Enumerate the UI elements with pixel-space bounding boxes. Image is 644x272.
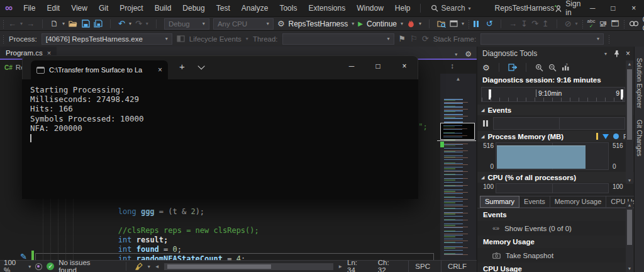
show-events-link[interactable]: «» Show Events (0 of 0) <box>477 221 634 235</box>
chevron-down-icon[interactable]: ▾ <box>462 21 464 26</box>
sidebar-tab-solution-explorer[interactable]: Solution Explorer <box>636 58 643 108</box>
step-over-icon[interactable]: ↷ <box>531 20 538 28</box>
spell-check-icon[interactable]: abc ✓ <box>587 19 596 29</box>
diagnostics-scrollbar[interactable]: ▲ ▼ <box>626 60 633 184</box>
reset-view-chart-icon[interactable]: ? <box>562 64 570 71</box>
events-track[interactable] <box>493 117 625 130</box>
menu-debug[interactable]: Debug <box>177 0 210 16</box>
menu-analyze[interactable]: Analyze <box>236 0 274 16</box>
toolbar-grip[interactable] <box>582 20 584 28</box>
chevron-down-icon[interactable]: ▾ <box>129 21 131 26</box>
flag-outline-icon[interactable]: ⚐ <box>410 35 418 43</box>
timeline-left-handle[interactable] <box>489 89 491 99</box>
editor-options-gear-icon[interactable]: ⚙ <box>465 50 472 59</box>
line-number-indicator[interactable]: Ln: 34 <box>347 259 367 272</box>
undo-icon[interactable]: ↶ <box>118 20 125 28</box>
menu-git[interactable]: Git <box>93 0 114 16</box>
window-minimize-button[interactable]: ─ <box>582 0 603 16</box>
menu-test[interactable]: Test <box>211 0 236 16</box>
continue-play-icon[interactable]: ▶ <box>358 21 363 27</box>
document-list-chevron-icon[interactable]: ▾ <box>455 52 457 57</box>
issues-status-label[interactable]: No issues found <box>58 259 110 272</box>
menu-file[interactable]: File <box>18 0 41 16</box>
code-metrics-icon[interactable]: 🗔 <box>611 20 619 28</box>
menu-extensions[interactable]: Extensions <box>303 0 351 16</box>
diagnostics-timeline[interactable]: 9:10min 9 <box>481 87 625 102</box>
github-copilot-icon[interactable] <box>629 20 639 27</box>
breakpoints-icon[interactable]: ⊘ <box>565 20 572 28</box>
navigate-forward-icon[interactable]: → <box>26 20 35 28</box>
show-next-statement-icon[interactable]: → <box>509 20 517 28</box>
console-tab-close-icon[interactable]: × <box>158 65 162 74</box>
break-all-icon[interactable] <box>474 21 479 27</box>
find-in-files-icon[interactable] <box>437 20 446 28</box>
chevron-down-icon[interactable]: ▾ <box>148 264 150 269</box>
settings-gear-icon[interactable]: ⚙ <box>482 64 490 72</box>
timeline-right-handle[interactable] <box>621 89 623 99</box>
solution-configuration-dropdown[interactable]: Debug▾ <box>164 18 209 30</box>
toolbar-grip[interactable] <box>608 35 610 43</box>
memory-section-header[interactable]: ◢ Process Memory (MB) P <box>477 131 634 142</box>
line-ending-indicator[interactable]: CRLF <box>441 261 473 272</box>
console-tab[interactable]: C:\Transfer from Surface to La × <box>31 60 168 79</box>
cpu-section-header[interactable]: ◢ CPU (% of all processors) <box>477 172 634 183</box>
menu-edit[interactable]: Edit <box>41 0 65 16</box>
export-icon[interactable] <box>508 64 517 71</box>
solution-platform-dropdown[interactable]: Any CPU▾ <box>213 18 274 30</box>
zoom-out-icon[interactable] <box>548 64 557 72</box>
console-output[interactable]: Starting Processing: Milliseconds: 27498… <box>22 79 418 199</box>
step-out-icon[interactable]: ↥ <box>542 20 549 28</box>
command-window-icon[interactable] <box>450 20 458 27</box>
save-icon[interactable] <box>82 20 90 28</box>
chevron-down-icon[interactable]: ▾ <box>352 21 354 26</box>
menu-window[interactable]: Window <box>351 0 389 16</box>
toolbar-grip[interactable] <box>623 20 625 28</box>
continue-button[interactable]: Continue <box>367 20 397 28</box>
tab-memory-usage[interactable]: Memory Usage <box>550 196 607 208</box>
scroll-up-icon[interactable]: ▲ <box>440 76 476 82</box>
process-dropdown[interactable]: [40676] RepsTestHarness.exe▾ <box>42 33 172 45</box>
hot-reload-icon[interactable] <box>407 20 415 28</box>
new-item-icon[interactable]: 🗋 <box>50 20 58 28</box>
redo-icon[interactable]: ↷ <box>135 20 142 28</box>
chevron-down-icon[interactable]: ▾ <box>419 21 421 26</box>
events-pause-icon[interactable] <box>483 120 488 127</box>
pin-icon[interactable] <box>613 50 619 57</box>
flag-icon[interactable]: ⚑ <box>399 35 406 43</box>
step-into-icon[interactable]: ↧ <box>521 20 528 28</box>
scroll-right-icon[interactable]: ► <box>338 264 343 269</box>
chevron-down-icon[interactable]: ▾ <box>62 21 65 26</box>
console-close-button[interactable]: × <box>391 62 418 71</box>
chevron-down-icon[interactable]: ▾ <box>575 21 578 26</box>
window-maximize-button[interactable]: □ <box>603 0 624 16</box>
minimap-viewport[interactable] <box>440 123 475 140</box>
console-new-tab-button[interactable]: + <box>179 61 185 72</box>
startup-project-dropdown[interactable]: RepsTestHarness <box>289 20 348 28</box>
sidebar-tab-git-changes[interactable]: Git Changes <box>636 120 643 156</box>
save-all-icon[interactable] <box>94 20 103 28</box>
memory-plot-area[interactable] <box>496 142 609 170</box>
window-close-button[interactable]: × <box>623 0 644 16</box>
panel-menu-chevron-icon[interactable]: ▾ <box>604 51 607 57</box>
menu-help[interactable]: Help <box>389 0 416 16</box>
panel-close-icon[interactable]: × <box>626 49 630 58</box>
menu-project[interactable]: Project <box>114 0 148 16</box>
editor-split-handle-icon[interactable]: ↕ <box>450 62 454 71</box>
chevron-down-icon[interactable]: ▾ <box>401 21 403 26</box>
summary-scrollbar[interactable]: ▲ ▼ <box>626 201 633 272</box>
console-minimize-button[interactable]: ─ <box>338 62 365 71</box>
chevron-down-icon[interactable]: ▾ <box>146 21 148 26</box>
console-tab-dropdown-icon[interactable] <box>197 62 204 69</box>
suppress-jit-icon[interactable]: ⟳ <box>422 35 429 43</box>
restart-icon[interactable]: ↺ <box>486 20 493 28</box>
toolbar-grip[interactable] <box>3 35 4 43</box>
scroll-left-icon[interactable]: ◄ <box>155 264 160 269</box>
toolbar-grip[interactable] <box>3 20 4 28</box>
stack-frame-dropdown[interactable]: ▾ <box>480 33 604 45</box>
zoom-in-icon[interactable] <box>535 64 543 72</box>
chevron-down-icon[interactable]: ▾ <box>28 264 31 269</box>
horizontal-scrollbar[interactable] <box>164 263 333 270</box>
take-snapshot-link[interactable]: Take Snapshot <box>477 248 634 263</box>
events-section-header[interactable]: ◢ Events <box>477 105 634 115</box>
menu-view[interactable]: View <box>65 0 93 16</box>
